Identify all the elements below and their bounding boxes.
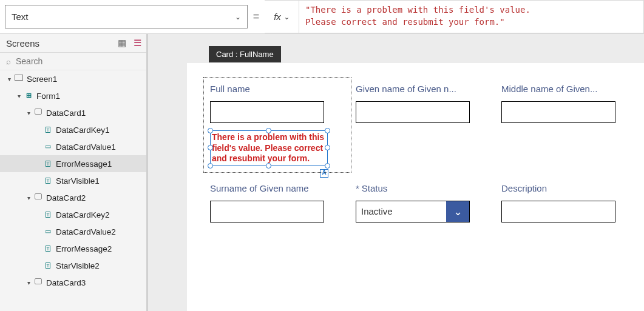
card-label: Given name of Given n... [356, 84, 490, 94]
tree-item-label: Screen1 [27, 75, 57, 84]
card-text-input[interactable] [210, 101, 324, 123]
equals-sign: = [248, 0, 265, 33]
card-text-input[interactable] [501, 201, 615, 222]
value-control-icon: ▭ [42, 142, 53, 151]
tree-item-label: DataCard2 [46, 193, 86, 202]
chevron-down-icon[interactable]: ⌄ [446, 201, 469, 222]
tree-item-datacardkey1[interactable]: TDataCardKey1 [0, 121, 147, 138]
selection-handle[interactable] [325, 128, 330, 133]
selection-handle[interactable] [208, 163, 213, 169]
cards-grid: Full nameThere is a problem with this fi… [210, 84, 638, 222]
error-message[interactable]: There is a problem with this field's val… [210, 130, 328, 166]
search-icon: ⌕ [6, 57, 11, 66]
tree-item-datacardvalue1[interactable]: ▭DataCardValue1 [0, 138, 147, 155]
fx-button[interactable]: fx ⌄ [265, 0, 299, 33]
text-control-icon: T [42, 159, 53, 168]
tree-item-errormessage2[interactable]: TErrorMessage2 [0, 240, 147, 257]
formula-input[interactable]: "There is a problem with this field's va… [299, 0, 644, 33]
tree-item-label: ErrorMessage2 [56, 244, 112, 253]
card-label-text: Given name of Given n... [356, 84, 456, 94]
tree-item-starvisible1[interactable]: TStarVisible1 [0, 172, 147, 189]
card-text-input[interactable] [356, 101, 470, 123]
card-text-input[interactable] [501, 101, 615, 123]
tree-item-label: Form1 [36, 92, 60, 101]
form-card[interactable]: Full nameThere is a problem with this fi… [203, 77, 351, 173]
tree-item-label: DataCardKey1 [56, 125, 110, 135]
tree-item-datacardvalue2[interactable]: ▭DataCardValue2 [0, 223, 147, 240]
chevron-down-icon: ⌄ [235, 13, 241, 21]
text-control-icon: T [42, 210, 53, 219]
chevron-down-icon: ⌄ [283, 13, 290, 21]
card-label: Full name [210, 84, 345, 94]
card-icon [33, 278, 44, 287]
tree-item-errormessage1[interactable]: TErrorMessage1 [0, 155, 147, 172]
tree-panel: Screens ▦ ☰ ⌕ ▾Screen1▾⊞Form1▾DataCard1T… [0, 34, 148, 311]
formula-bar-row: Text ⌄ = fx ⌄ "There is a problem with t… [0, 0, 644, 34]
card-label: Middle name of Given... [501, 84, 636, 94]
form-card[interactable]: Given name of Given n... [356, 84, 490, 166]
expand-collapse-icon[interactable]: ▾ [24, 110, 33, 116]
tree-item-datacard2[interactable]: ▾DataCard2 [0, 189, 147, 206]
expand-collapse-icon[interactable]: ▾ [24, 279, 33, 286]
card-text-input[interactable] [210, 201, 324, 222]
main-area: Screens ▦ ☰ ⌕ ▾Screen1▾⊞Form1▾DataCard1T… [0, 34, 644, 311]
tree-title: Screens [6, 38, 39, 48]
thumbnails-view-icon[interactable]: ▦ [118, 38, 126, 48]
tree-item-datacard3[interactable]: ▾DataCard3 [0, 274, 147, 291]
list-view-icon[interactable]: ☰ [134, 38, 141, 48]
fx-label: fx [274, 12, 281, 22]
tree-item-form1[interactable]: ▾⊞Form1 [0, 87, 147, 104]
card-label-text: Description [501, 183, 547, 193]
tree-item-label: DataCard1 [46, 109, 86, 118]
tree-item-label: DataCardValue1 [56, 142, 116, 152]
expand-collapse-icon[interactable]: ▾ [5, 76, 13, 82]
text-control-icon: T [42, 176, 53, 185]
tree-item-label: ErrorMessage1 [56, 159, 112, 169]
expand-collapse-icon[interactable]: ▾ [15, 93, 23, 99]
card-tooltip: Card : FullName [209, 46, 281, 62]
tree-item-label: DataCardValue2 [56, 227, 116, 236]
accessibility-badge[interactable]: A [320, 169, 328, 178]
expand-collapse-icon[interactable]: ▾ [24, 195, 33, 201]
tree-list: ▾Screen1▾⊞Form1▾DataCard1TDataCardKey1▭D… [0, 70, 147, 311]
selection-handle[interactable] [325, 163, 330, 169]
text-control-icon: T [42, 125, 53, 134]
text-control-icon: T [42, 244, 53, 253]
tree-header: Screens ▦ ☰ [0, 34, 147, 53]
card-label-text: Status [362, 183, 388, 193]
tree-item-label: DataCard3 [46, 278, 86, 287]
selection-handle[interactable] [266, 128, 271, 133]
form-surface[interactable]: Full nameThere is a problem with this fi… [187, 63, 644, 311]
value-control-icon: ▭ [42, 227, 53, 236]
form-card[interactable]: Description [501, 183, 636, 222]
form-card[interactable]: Middle name of Given... [501, 84, 636, 166]
card-label: *Status [356, 183, 490, 193]
tree-search-input[interactable] [16, 56, 141, 66]
selection-handle[interactable] [325, 145, 330, 150]
selection-handle[interactable] [266, 163, 271, 169]
selection-handle[interactable] [208, 128, 213, 133]
card-label-text: Middle name of Given... [501, 84, 597, 94]
tree-search-row: ⌕ [0, 53, 147, 70]
form-icon: ⊞ [23, 92, 34, 100]
card-label: Surname of Given name [210, 183, 345, 193]
selection-handle[interactable] [208, 145, 213, 150]
property-selector[interactable]: Text ⌄ [5, 5, 248, 28]
form-card[interactable]: Surname of Given name [210, 183, 345, 222]
tree-item-screen1[interactable]: ▾Screen1 [0, 70, 147, 87]
required-star-icon: * [356, 183, 359, 193]
text-control-icon: T [42, 261, 53, 270]
property-selector-label: Text [12, 12, 29, 22]
tree-item-label: StarVisible2 [56, 261, 100, 270]
card-label: Description [501, 183, 636, 193]
tree-item-datacard1[interactable]: ▾DataCard1 [0, 104, 147, 121]
card-dropdown[interactable]: Inactive⌄ [356, 201, 470, 222]
form-card[interactable]: *StatusInactive⌄ [356, 183, 490, 222]
card-icon [33, 193, 44, 202]
screen-icon [13, 75, 24, 83]
card-label-text: Full name [210, 84, 250, 94]
tree-item-starvisible2[interactable]: TStarVisible2 [0, 257, 147, 274]
canvas[interactable]: Card : FullName Full nameThere is a prob… [148, 34, 644, 311]
tree-item-datacardkey2[interactable]: TDataCardKey2 [0, 206, 147, 223]
card-icon [33, 109, 44, 117]
